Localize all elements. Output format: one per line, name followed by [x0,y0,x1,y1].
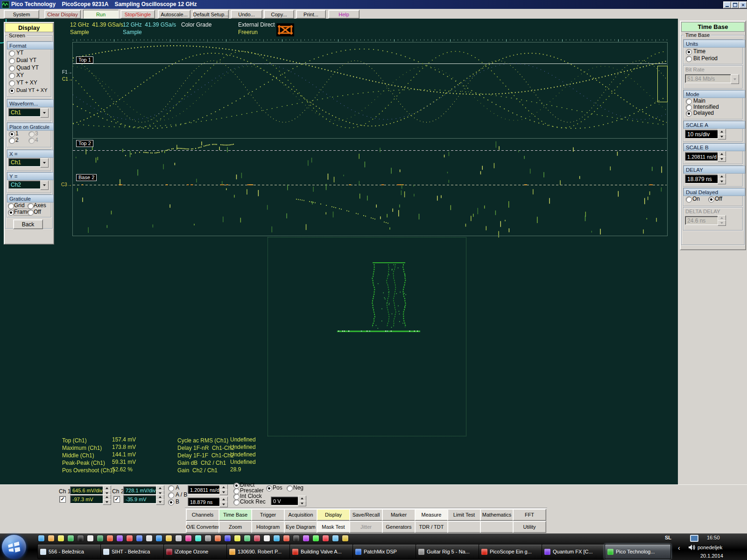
quicklaunch-icon[interactable] [87,535,93,541]
maximize-button[interactable] [731,1,739,8]
tab-eye-diagram[interactable]: Eye Diagram [284,521,317,533]
waveform-select[interactable]: Ch1 [8,108,44,117]
default-setup-button[interactable]: Default Setup... [193,10,229,19]
scale-b-field[interactable]: 1.20811 ns/d [685,152,720,161]
radio-graticule-frame[interactable] [8,210,14,216]
quicklaunch-icon[interactable] [146,535,152,541]
trigger-level-field[interactable]: 0 V [271,497,302,505]
tray-volume-icon[interactable] [688,544,696,552]
radio-graticule-off[interactable] [28,210,34,216]
radio-format-xy[interactable] [9,73,15,79]
x-source-select[interactable]: Ch1 [8,158,44,167]
tab-mathematics[interactable]: Mathematics [480,509,514,521]
radio-timebase-ab[interactable] [168,492,174,498]
tab-fft[interactable]: FFT [513,509,546,521]
tab-marker[interactable]: Marker [382,509,416,521]
quicklaunch-icon[interactable] [68,535,74,541]
tab-zoom[interactable]: Zoom [218,521,252,533]
task-button[interactable]: Guitar Rig 5 - Na... [416,544,482,559]
clear-display-button[interactable]: Clear Display [44,10,81,19]
radio-units-time[interactable] [686,49,692,55]
quicklaunch-icon[interactable] [127,535,133,541]
quicklaunch-icon[interactable] [244,535,250,541]
quicklaunch-icon[interactable] [234,535,240,541]
task-button[interactable]: 130690. Robert P... [226,544,293,559]
quicklaunch-icon[interactable] [313,535,319,541]
scale-a-field[interactable]: 10 ns/div [685,130,720,139]
label-top2[interactable]: Top 2 [76,140,93,147]
radio-mode-intensified[interactable] [686,105,692,111]
help-button[interactable]: Help [328,10,359,19]
radio-source-clock-rec[interactable] [233,499,240,505]
quicklaunch-icon[interactable] [254,535,260,541]
radio-format-yt[interactable] [9,50,15,56]
system-button[interactable]: System [4,10,39,19]
quicklaunch-icon[interactable] [166,535,172,541]
radio-place-2[interactable] [9,138,15,144]
tab-trigger[interactable]: Trigger [251,509,285,521]
tray-network-icon[interactable] [690,535,698,542]
tab-oe-converter[interactable]: O/E Converter [186,521,219,533]
radio-mode-delayed[interactable] [686,111,692,117]
tab-acquisition[interactable]: Acquisition [284,509,317,521]
quicklaunch-icon[interactable] [342,535,348,541]
label-top1[interactable]: Top 1 [76,56,93,63]
waveform-select-arrow-icon[interactable] [40,108,49,118]
tab-mask-test[interactable]: Mask Test [317,521,350,533]
radio-slope-pos[interactable] [266,485,272,491]
ch1-offset-field[interactable]: -97.3 mV [70,495,106,504]
minimize-button[interactable] [723,1,731,8]
quicklaunch-icon[interactable] [136,535,142,541]
title-bar[interactable]: Pico Technology PicoScope 9231A Sampling… [0,0,747,9]
quicklaunch-icon[interactable] [225,535,231,541]
quicklaunch-icon[interactable] [97,535,103,541]
delay-field[interactable]: 18.879 ns [685,175,720,183]
copy-button[interactable]: Copy... [264,10,294,19]
timebase-delay-field[interactable]: 18.879 ns [188,497,223,506]
quicklaunch-icon[interactable] [156,535,162,541]
undo-button[interactable]: Undo... [231,10,262,19]
radio-units-bit-period[interactable] [686,56,692,62]
radio-dual-off[interactable] [708,196,714,203]
back-button[interactable]: Back [13,219,43,229]
quicklaunch-icon[interactable] [107,535,113,541]
quicklaunch-icon[interactable] [205,535,211,541]
task-button[interactable]: SIHT - Beležnica [100,544,167,559]
quicklaunch-icon[interactable] [48,535,54,541]
tray-language-indicator[interactable]: SL [665,535,671,540]
quicklaunch-icon[interactable] [323,535,329,541]
ch1-scale-field[interactable]: 645.6 mV/div [70,486,106,495]
tray-date[interactable]: 20.1.2014 [700,553,723,559]
radio-dual-on[interactable] [686,196,692,203]
tab-histogram[interactable]: Histogram [251,521,285,533]
label-base2[interactable]: Base 2 [76,174,97,181]
radio-mode-main[interactable] [686,98,692,105]
radio-graticule-grid[interactable] [8,203,14,209]
quicklaunch-icon[interactable] [215,535,221,541]
print-button[interactable]: Print... [296,10,326,19]
y-source-select[interactable]: Ch2 [8,181,44,189]
tab-measure[interactable]: Measure [415,509,448,521]
task-button[interactable]: Building Valve A... [289,544,356,559]
quicklaunch-icon[interactable] [185,535,191,541]
quicklaunch-icon[interactable] [332,535,338,541]
task-button[interactable]: 556 - Beležnica [37,544,104,559]
x-source-arrow-icon[interactable] [40,158,49,168]
radio-format-quad-yt[interactable] [9,65,15,71]
tab-time-base[interactable]: Time Base [218,509,252,521]
task-button[interactable]: Quantum FX [C... [542,544,608,559]
close-button[interactable]: ✕ [739,1,747,8]
task-button[interactable]: PicoScope Ein g... [479,544,545,559]
radio-format-dual-yt[interactable] [9,58,15,64]
quicklaunch-icon[interactable] [283,535,289,541]
quicklaunch-icon[interactable] [293,535,299,541]
quicklaunch-icon[interactable] [58,535,64,541]
ch2-enable-checkbox[interactable]: ✓ [113,496,120,503]
timebase-scale-field[interactable]: 1.20811 ns/d [188,485,223,494]
tab-display[interactable]: Display [317,509,350,521]
ch2-offset-field[interactable]: -35.9 mV [123,495,160,504]
radio-place-1[interactable] [9,131,15,137]
radio-timebase-b[interactable] [168,499,174,505]
tab-channels[interactable]: Channels [186,509,219,521]
quicklaunch-icon[interactable] [274,535,280,541]
